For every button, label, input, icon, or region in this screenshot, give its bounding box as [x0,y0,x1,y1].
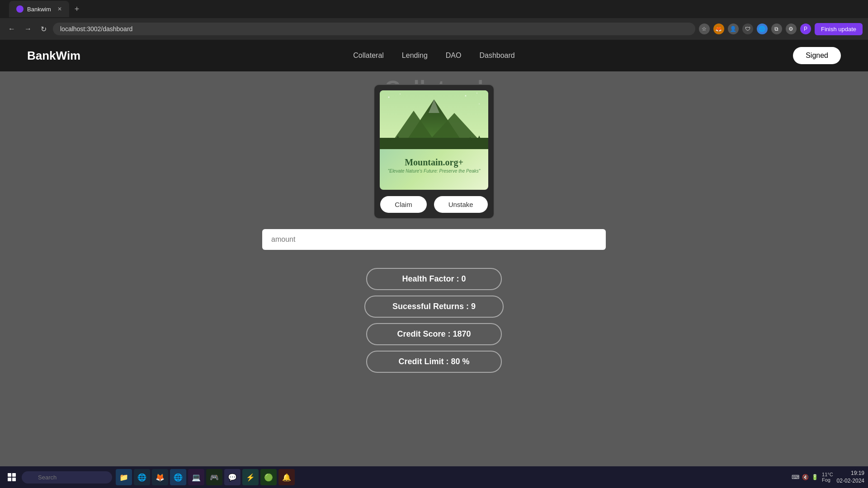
clock-date: 02-02-2024 [837,477,864,485]
extension-icon-4[interactable]: 🌐 [757,23,768,34]
taskbar-right: ⌨ 🔇 🔋 11°C Fog 19:19 02-02-2024 [792,469,864,485]
credit-limit-stat: Credit Limit : 80 % [366,351,502,373]
taskbar-app-chat[interactable]: 💬 [224,469,241,485]
svg-point-1 [388,97,390,98]
taskbar-apps: 📁 🌐 🦊 🌐 💻 🎮 💬 ⚡ 🟢 🔔 [116,469,295,485]
taskbar-search-wrap: 🔍 [22,471,112,483]
nft-card-title: Mountain.org+ [380,157,488,168]
system-clock: 19:19 02-02-2024 [837,469,864,485]
nav-links: Collateral Lending DAO Dashboard [353,52,515,60]
taskbar-terminal[interactable]: 💻 [188,469,204,485]
extension-icon-2[interactable]: 👤 [728,23,739,34]
credit-score-stat: Credit Score : 1870 [366,323,502,345]
mountain-svg [380,90,488,149]
forward-button[interactable]: → [22,23,34,35]
start-button[interactable] [4,469,20,485]
taskbar-app-extra[interactable]: 🎮 [206,469,222,485]
app-container: BankWim Collateral Lending DAO Dashboard… [0,40,868,488]
refresh-button[interactable]: ↻ [38,23,49,35]
health-factor-stat: Health Factor : 0 [366,268,502,290]
new-tab-button[interactable]: + [71,3,83,16]
signed-button[interactable]: Signed [793,47,841,64]
bookmark-icon[interactable]: ☆ [699,23,710,34]
tab-close-button[interactable]: ✕ [57,6,62,12]
extension-icon-3[interactable]: 🛡 [742,23,753,34]
nav-lending[interactable]: Lending [402,52,428,60]
url-bar[interactable]: localhost:3002/dashboard [53,23,695,35]
svg-point-4 [476,93,477,94]
browser-chrome: Bankwim ✕ + ← → ↻ localhost:3002/dashboa… [0,0,868,40]
content-area: Mountain.org+ "Elevate Nature's Future: … [0,71,868,373]
stats-area: Health Factor : 0 Sucessful Returns : 9 … [364,268,504,373]
svg-point-5 [479,103,480,104]
clock-time: 19:19 [837,469,864,477]
windows-icon [8,473,16,481]
tab-bar: Bankwim ✕ + [0,0,868,18]
taskbar-browser-3[interactable]: 🌐 [170,469,186,485]
brand-logo: BankWim [27,49,80,63]
tab-title: Bankwim [27,6,51,13]
taskbar-search-input[interactable] [22,471,112,483]
svg-point-2 [400,94,401,94]
finish-update-button[interactable]: Finish update [815,23,863,35]
settings-icon[interactable]: ⚙ [786,23,797,34]
taskbar-app-ide[interactable]: ⚡ [242,469,259,485]
address-icons: ☆ 🦊 👤 🛡 🌐 ⧉ ⚙ P Finish update [699,23,863,35]
taskbar: 🔍 📁 🌐 🦊 🌐 💻 🎮 💬 ⚡ 🟢 🔔 ⌨ 🔇 🔋 11°C Fog 19:… [0,466,868,488]
claim-button[interactable]: Claim [380,196,426,213]
navbar: BankWim Collateral Lending DAO Dashboard… [0,40,868,71]
tab-favicon [16,5,24,13]
nft-image: Mountain.org+ "Elevate Nature's Future: … [380,90,488,190]
weather-temp: 11°C [822,472,833,477]
nft-card-subtitle: "Elevate Nature's Future: Preserve the P… [380,169,488,174]
weather-condition: Fog [822,477,833,483]
unstake-button[interactable]: Unstake [434,196,488,213]
taskbar-app-notify[interactable]: 🔔 [278,469,295,485]
successful-returns-stat: Sucessful Returns : 9 [364,296,504,318]
svg-point-3 [465,95,467,97]
tray-icon-1: ⌨ [792,474,799,480]
active-tab[interactable]: Bankwim ✕ [9,1,69,17]
nft-buttons: Claim Unstake [380,196,488,213]
back-button[interactable]: ← [5,23,18,35]
tray-icon-2: 🔇 [802,474,809,480]
nav-dashboard[interactable]: Dashboard [479,52,514,60]
taskbar-browser-1[interactable]: 🌐 [134,469,150,485]
extensions-button[interactable]: ⧉ [771,23,782,34]
nft-image-bg: Mountain.org+ "Elevate Nature's Future: … [380,90,488,190]
sys-tray: ⌨ 🔇 🔋 [792,474,818,480]
profile-icon[interactable]: P [800,23,811,34]
nft-card-wrapper: Mountain.org+ "Elevate Nature's Future: … [373,84,495,219]
taskbar-browser-2[interactable]: 🦊 [152,469,168,485]
taskbar-app-green[interactable]: 🟢 [260,469,277,485]
tray-icon-3: 🔋 [811,474,818,480]
amount-input[interactable] [262,229,606,250]
amount-input-wrapper [262,229,606,250]
taskbar-file-explorer[interactable]: 📁 [116,469,132,485]
weather-info: 11°C Fog [822,472,833,483]
url-text: localhost:3002/dashboard [60,25,132,33]
nav-dao[interactable]: DAO [446,52,462,60]
address-bar: ← → ↻ localhost:3002/dashboard ☆ 🦊 👤 🛡 🌐… [0,18,868,40]
extension-icon-1[interactable]: 🦊 [713,23,724,34]
nav-collateral[interactable]: Collateral [353,52,384,60]
